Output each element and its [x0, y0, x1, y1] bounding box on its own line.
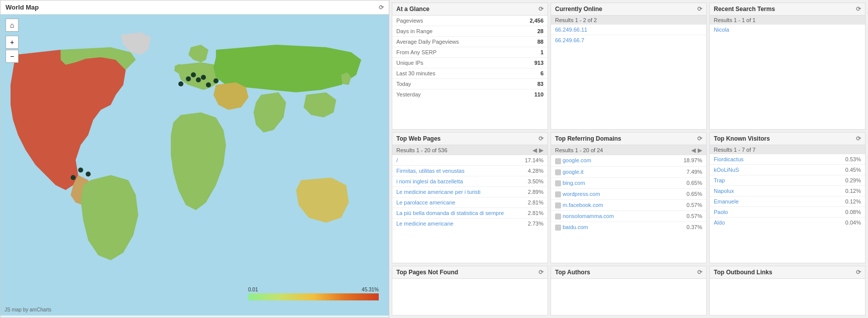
top-pages-not-found-header: Top Pages Not Found ⟳	[392, 266, 548, 279]
map-dot-4	[191, 72, 196, 77]
table-row: Pageviews2,456	[392, 16, 548, 26]
top-outbound-refresh[interactable]: ⟳	[856, 269, 861, 276]
at-a-glance-refresh[interactable]: ⟳	[538, 6, 544, 13]
top-referring-count: Results 1 - 20 of 24	[555, 147, 603, 153]
top-web-pages-prev[interactable]: ◀	[532, 147, 537, 154]
legend-max-label: 45.31%	[362, 287, 379, 292]
top-outbound-title: Top Outbound Links	[714, 269, 772, 276]
map-title-bar: World Map ⟳	[1, 1, 389, 15]
table-row: Yesterday110	[392, 89, 548, 99]
table-row: Trap0.29%	[710, 175, 865, 186]
table-row: La più bella domanda di statistica di se…	[392, 208, 548, 219]
table-row: Firmitas, utilitas et venustas4.28%	[392, 166, 548, 176]
legend-labels: 0.01 45.31%	[248, 287, 379, 292]
top-referring-next[interactable]: ▶	[698, 147, 702, 154]
table-row: Average Daily Pageviews88	[392, 37, 548, 47]
map-dot-1	[78, 167, 83, 172]
map-zoom-in-button[interactable]: +	[6, 36, 19, 49]
table-row: Paolo0.08%	[710, 207, 865, 218]
list-item: Nicola	[710, 25, 865, 35]
top-authors-header: Top Authors ⟳	[551, 266, 706, 279]
top-outbound-header: Top Outbound Links ⟳	[710, 266, 865, 279]
map-dot-9	[213, 78, 219, 83]
top-outbound-widget: Top Outbound Links ⟳	[709, 266, 865, 315]
map-zoom-out-button[interactable]: −	[6, 50, 19, 63]
top-web-pages-count: Results 1 - 20 of 536	[396, 147, 448, 153]
top-known-visitors-header: Top Known Visitors ⟳	[710, 133, 865, 145]
at-a-glance-header: At a Glance ⟳	[392, 3, 548, 16]
table-row: google.com18.97%	[551, 155, 706, 166]
top-known-visitors-refresh[interactable]: ⟳	[856, 135, 861, 142]
table-row: kOoLiNuS0.45%	[710, 165, 865, 175]
top-web-pages-subheader: Results 1 - 20 of 536 ◀ ▶	[392, 145, 548, 155]
table-row: google.it7.49%	[551, 167, 706, 178]
map-dot-10	[178, 81, 183, 86]
top-referring-header: Top Referring Domains ⟳	[551, 133, 706, 145]
map-title-label: World Map	[6, 4, 39, 11]
map-dot-5	[196, 77, 201, 82]
table-row: Fiordicactus0.53%	[710, 154, 865, 165]
table-row: nonsolomamma.com0.57%	[551, 211, 706, 222]
top-known-visitors-widget: Top Known Visitors ⟳ Results 1 - 7 of 7 …	[709, 132, 865, 263]
table-row: Napolux0.12%	[710, 186, 865, 196]
table-row: wordpress.com0.65%	[551, 189, 706, 200]
list-item: 66.249.66.7	[551, 35, 706, 45]
top-authors-title: Top Authors	[555, 269, 590, 276]
list-item: 66.249.66.11	[551, 25, 706, 35]
map-dot-2	[71, 175, 76, 180]
map-home-button[interactable]: ⌂	[6, 19, 19, 32]
at-a-glance-rows: Pageviews2,456Days in Range28Average Dai…	[392, 16, 548, 99]
map-dot-7	[186, 76, 191, 81]
recent-search-terms: Nicola	[710, 25, 865, 35]
top-referring-widget: Top Referring Domains ⟳ Results 1 - 20 o…	[551, 132, 707, 263]
at-a-glance-title: At a Glance	[396, 6, 429, 13]
map-refresh-icon[interactable]: ⟳	[379, 4, 384, 11]
at-a-glance-widget: At a Glance ⟳ Pageviews2,456Days in Rang…	[392, 3, 548, 130]
top-web-pages-rows: /17.14%Firmitas, utilitas et venustas4.2…	[392, 155, 548, 229]
top-pages-not-found-refresh[interactable]: ⟳	[538, 269, 544, 276]
currently-online-ips: 66.249.66.1166.249.66.7	[551, 25, 706, 45]
top-authors-refresh[interactable]: ⟳	[697, 269, 702, 276]
currently-online-count: Results 1 - 2 of 2	[555, 17, 597, 23]
table-row: Emanuele0.12%	[710, 196, 865, 207]
top-known-visitors-count: Results 1 - 7 of 7	[714, 147, 755, 153]
recent-search-title: Recent Search Terms	[714, 6, 775, 13]
table-row: bing.com0.65%	[551, 178, 706, 189]
currently-online-title: Currently Online	[555, 6, 602, 13]
table-row: From Any SERP1	[392, 47, 548, 58]
top-referring-subheader: Results 1 - 20 of 24 ◀ ▶	[551, 145, 706, 155]
currently-online-subheader: Results 1 - 2 of 2	[551, 16, 706, 25]
top-pages-not-found-title: Top Pages Not Found	[396, 269, 458, 276]
top-referring-refresh[interactable]: ⟳	[697, 135, 702, 142]
top-web-pages-widget: Top Web Pages ⟳ Results 1 - 20 of 536 ◀ …	[392, 132, 548, 263]
top-web-pages-refresh[interactable]: ⟳	[538, 135, 544, 142]
table-row: Le parolacce americane2.81%	[392, 197, 548, 208]
map-zoom-control: + −	[6, 36, 19, 64]
recent-search-widget: Recent Search Terms ⟳ Results 1 - 1 of 1…	[709, 3, 865, 130]
right-panel: At a Glance ⟳ Pageviews2,456Days in Rang…	[389, 0, 868, 318]
map-panel: World Map ⟳ ⌂ + −	[0, 0, 389, 318]
top-web-pages-header: Top Web Pages ⟳	[392, 133, 548, 145]
top-referring-nav: ◀ ▶	[691, 147, 702, 154]
top-authors-widget: Top Authors ⟳	[551, 266, 707, 315]
top-referring-prev[interactable]: ◀	[691, 147, 696, 154]
top-known-visitors-subheader: Results 1 - 7 of 7	[710, 145, 865, 154]
legend-min-label: 0.01	[248, 287, 258, 292]
map-credit: JS map by amCharts	[5, 307, 51, 312]
table-row: Last 30 minutes6	[392, 68, 548, 79]
top-referring-title: Top Referring Domains	[555, 135, 621, 142]
top-pages-not-found-widget: Top Pages Not Found ⟳	[392, 266, 548, 315]
top-web-pages-next[interactable]: ▶	[539, 147, 544, 154]
map-dot-3	[86, 171, 91, 176]
map-dot-6	[201, 75, 206, 80]
recent-search-subheader: Results 1 - 1 of 1	[710, 16, 865, 25]
table-row: Days in Range28	[392, 26, 548, 37]
table-row: Today83	[392, 79, 548, 89]
recent-search-refresh[interactable]: ⟳	[856, 6, 861, 13]
currently-online-refresh[interactable]: ⟳	[697, 6, 702, 13]
world-map-svg	[1, 15, 389, 315]
currently-online-header: Currently Online ⟳	[551, 3, 706, 16]
table-row: Aldo0.04%	[710, 218, 865, 228]
table-row: baidu.com0.37%	[551, 222, 706, 233]
recent-search-header: Recent Search Terms ⟳	[710, 3, 865, 16]
